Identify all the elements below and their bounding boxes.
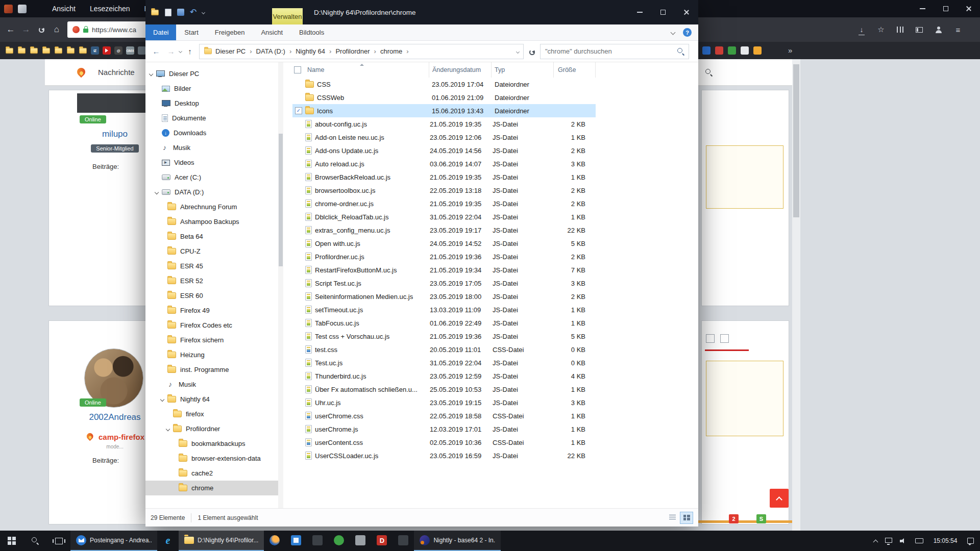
nav-link-nachrichten[interactable]: Nachrichte — [98, 68, 135, 77]
firefox-restore-button[interactable] — [934, 0, 957, 17]
quick-access-icon-2[interactable] — [177, 9, 184, 16]
tree-item[interactable]: Dieser PC — [145, 66, 283, 81]
file-row[interactable]: ✓ userChrome.css 22.05.2019 18:58 CSS-Da… — [292, 409, 596, 422]
bookmark-star-icon[interactable]: ☆ — [877, 25, 885, 34]
up-button[interactable]: ↑ — [184, 47, 195, 56]
bookmark-item[interactable] — [753, 46, 762, 55]
undo-icon[interactable]: ↶ — [190, 8, 197, 16]
address-dropdown-chevron-icon[interactable] — [516, 49, 520, 53]
taskbar-app-button[interactable] — [328, 531, 350, 551]
bookmark-item[interactable]: @ — [114, 46, 122, 55]
column-header-size[interactable]: Größe — [554, 62, 596, 78]
recent-locations-chevron-icon[interactable] — [179, 49, 182, 53]
column-header-type[interactable]: Typ — [492, 62, 554, 78]
hidden-icons-chevron[interactable] — [873, 539, 878, 544]
bookmark-item[interactable]: GMX — [126, 46, 134, 55]
forward-button[interactable]: → — [18, 24, 34, 35]
file-row[interactable]: ✓ Add-on Leiste neu.uc.js 23.05.2019 12:… — [292, 131, 596, 144]
nav-forward-button[interactable]: → — [165, 47, 177, 56]
taskbar-app-button[interactable]: Posteingang - Andrea... — [70, 531, 157, 551]
menubar-app-icon-1[interactable] — [4, 5, 13, 13]
ribbon-tab[interactable]: Freigeben — [207, 24, 253, 40]
sidebar-icon[interactable] — [916, 27, 923, 33]
tree-item[interactable]: Firefox 49 — [145, 303, 283, 318]
tree-item[interactable]: Abrechnung Forum — [145, 199, 283, 214]
reload-button[interactable] — [34, 24, 49, 35]
file-row[interactable]: ✓ RestartFirefoxButtonM.uc.js 21.05.2019… — [292, 263, 596, 277]
avatar-image[interactable] — [77, 93, 154, 113]
page-search-icon[interactable] — [705, 69, 713, 76]
bookmark-item[interactable] — [42, 47, 51, 54]
refresh-button[interactable] — [527, 47, 536, 56]
account-icon[interactable] — [935, 27, 942, 33]
bookmark-item[interactable] — [66, 47, 75, 54]
file-row[interactable]: ✓ BrowserBackReload.uc.js 21.05.2019 19:… — [292, 170, 596, 184]
bookmark-item[interactable] — [741, 46, 749, 55]
menubar-app-icon-2[interactable] — [18, 5, 27, 13]
tray-app-icon[interactable]: S — [756, 514, 766, 523]
menu-item[interactable]: Lesezeichen — [83, 0, 137, 17]
tree-item[interactable]: Bilder — [145, 81, 283, 96]
tree-item[interactable]: Firefox Codes etc — [145, 318, 283, 333]
taskbar-app-button[interactable] — [264, 531, 285, 551]
bookmark-item[interactable] — [728, 46, 736, 55]
tree-item[interactable]: chrome — [145, 481, 283, 495]
file-row[interactable]: ✓ CSS 23.05.2019 17:04 Dateiordner — [292, 78, 596, 91]
expand-chevron-icon[interactable] — [166, 427, 170, 431]
expand-chevron-icon[interactable] — [160, 397, 164, 401]
file-row[interactable]: ✓ Profilordner.uc.js 21.05.2019 19:36 JS… — [292, 250, 596, 263]
quick-access-chevron-icon[interactable] — [202, 10, 205, 14]
ribbon-tab[interactable]: Datei — [145, 24, 176, 40]
breadcrumb-segment[interactable]: DATA (D:) › — [256, 47, 296, 55]
menu-hamburger-icon[interactable]: ≡ — [954, 26, 962, 34]
tree-item[interactable]: Videos — [145, 155, 283, 170]
file-row[interactable]: ✓ TabFocus.uc.js 01.06.2019 22:49 JS-Dat… — [292, 316, 596, 330]
breadcrumb-segment[interactable]: Profilordner › — [335, 47, 380, 55]
search-box[interactable]: "chrome" durchsuchen — [540, 44, 689, 59]
firefox-minimize-button[interactable] — [911, 0, 934, 17]
file-row[interactable]: ✓ extras_config_menu.uc.js 23.05.2019 19… — [292, 223, 596, 237]
file-row[interactable]: ✓ Icons 15.06.2019 13:43 Dateiordner — [292, 104, 596, 117]
file-row[interactable]: ✓ test.css 20.05.2019 11:01 CSS-Datei 0 … — [292, 343, 596, 356]
quick-access-icon-1[interactable] — [165, 9, 172, 16]
tree-item[interactable]: DATA (D:) — [145, 185, 283, 199]
home-button[interactable]: ⌂ — [49, 24, 64, 35]
tree-item[interactable]: Acer (C:) — [145, 170, 283, 185]
file-row[interactable]: ✓ chrome-ordner.uc.js 21.05.2019 19:35 J… — [292, 197, 596, 210]
expand-chevron-icon[interactable] — [155, 190, 159, 194]
file-row[interactable]: ✓ browsertoolbox.uc.js 22.05.2019 13:18 … — [292, 184, 596, 197]
nav-back-button[interactable]: ← — [151, 47, 162, 56]
tree-item[interactable]: inst. Programme — [145, 362, 283, 377]
attachment-thumb[interactable] — [706, 334, 715, 343]
taskbar-app-button[interactable]: Nightly - base64 2 - In... — [414, 531, 501, 551]
bookmark-item[interactable] — [138, 46, 146, 55]
downloads-icon[interactable]: ↓ — [858, 26, 865, 34]
taskbar-app-button[interactable] — [307, 531, 328, 551]
tree-item[interactable]: Musik — [145, 140, 283, 155]
file-row[interactable]: ✓ Script Test.uc.js 23.05.2019 17:05 JS-… — [292, 277, 596, 290]
column-header-name[interactable]: Name — [301, 62, 429, 78]
explorer-minimize-button[interactable] — [628, 0, 651, 24]
tree-item[interactable]: Firefox sichern — [145, 333, 283, 347]
row-checkbox[interactable]: ✓ — [295, 107, 302, 114]
tree-item[interactable]: Ashampoo Backups — [145, 214, 283, 229]
file-row[interactable]: ✓ Auto reload.uc.js 03.06.2019 14:07 JS-… — [292, 157, 596, 170]
file-row[interactable]: ✓ userChrome.js 12.03.2019 17:01 JS-Date… — [292, 422, 596, 436]
file-row[interactable]: ✓ about-config.uc.js 21.05.2019 19:35 JS… — [292, 117, 596, 131]
volume-icon[interactable] — [900, 538, 908, 544]
thumbnails-view-button[interactable] — [680, 512, 693, 524]
address-bar[interactable]: Dieser PC › DATA (D:) › Nightly 64 › — [199, 44, 524, 59]
bookmark-item[interactable] — [702, 46, 710, 55]
taskbar-app-button[interactable] — [285, 531, 307, 551]
file-row[interactable]: ✓ Uhr.uc.js 23.05.2019 19:15 JS-Datei 3 … — [292, 396, 596, 409]
taskbar-app-button[interactable]: e — [157, 531, 179, 551]
bookmark-item[interactable] — [54, 47, 63, 54]
file-row[interactable]: ✓ Seiteninformationen Medien.uc.js 23.05… — [292, 290, 596, 303]
breadcrumb-segment[interactable]: Dieser PC › — [215, 47, 256, 55]
tree-item[interactable]: firefox — [145, 407, 283, 421]
file-row[interactable]: ✓ Dblclick_ReloadTab.uc.js 31.05.2019 22… — [292, 210, 596, 223]
tree-item[interactable]: browser-extension-data — [145, 451, 283, 466]
file-row[interactable]: ✓ Über Fx automatisch schließen.u... 25.… — [292, 383, 596, 396]
bookmark-item[interactable] — [30, 47, 38, 54]
bookmarks-overflow-button[interactable]: » — [788, 46, 792, 55]
